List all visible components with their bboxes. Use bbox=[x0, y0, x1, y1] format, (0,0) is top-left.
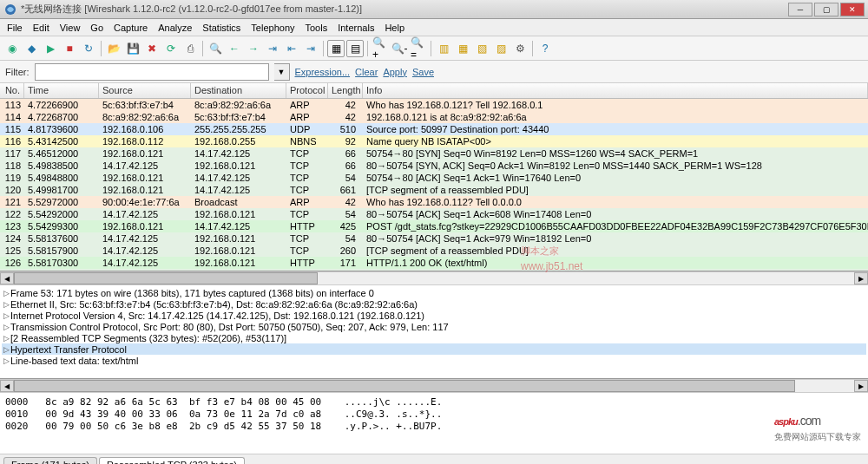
menu-help[interactable]: Help bbox=[379, 21, 410, 35]
scroll-thumb[interactable] bbox=[14, 272, 318, 284]
detail-line[interactable]: ▷Line-based text data: text/html bbox=[2, 355, 866, 366]
packet-row[interactable]: 1185.4983850014.17.42.125192.168.0.121TC… bbox=[0, 160, 868, 172]
scroll-thumb[interactable] bbox=[14, 380, 795, 392]
scroll-left-icon[interactable]: ◀ bbox=[0, 380, 14, 392]
expand-icon[interactable]: ▷ bbox=[2, 300, 10, 309]
capture-filter-icon[interactable]: ▦ bbox=[454, 40, 471, 57]
col-time[interactable]: Time bbox=[24, 83, 99, 98]
colorize-icon[interactable]: ▦ bbox=[327, 40, 345, 57]
display-filter-icon[interactable]: ▧ bbox=[473, 40, 490, 57]
packet-row[interactable]: 1225.5429200014.17.42.125192.168.0.121TC… bbox=[0, 208, 868, 220]
open-file-icon[interactable]: 📂 bbox=[105, 40, 122, 57]
menu-view[interactable]: View bbox=[55, 21, 86, 35]
menu-tools[interactable]: Tools bbox=[300, 21, 333, 35]
start-capture-icon[interactable]: ▶ bbox=[42, 40, 59, 57]
find-icon[interactable]: 🔍 bbox=[207, 40, 224, 57]
packet-list-header[interactable]: No. Time Source Destination Protocol Len… bbox=[0, 83, 868, 99]
tab-reassembled[interactable]: Reassembled TCP (323 bytes) bbox=[99, 457, 245, 464]
packet-row[interactable]: 1195.49848800192.168.0.12114.17.42.125TC… bbox=[0, 172, 868, 184]
col-protocol[interactable]: Protocol bbox=[286, 83, 328, 98]
packet-row[interactable]: 1235.54299300192.168.0.12114.17.42.125HT… bbox=[0, 220, 868, 232]
col-length[interactable]: Length bbox=[328, 83, 363, 98]
tab-frame[interactable]: Frame (171 bytes) bbox=[3, 457, 97, 464]
save-button[interactable]: Save bbox=[412, 67, 434, 77]
detail-line[interactable]: ▷Frame 53: 171 bytes on wire (1368 bits)… bbox=[2, 287, 866, 298]
packet-details[interactable]: ▷Frame 53: 171 bytes on wire (1368 bits)… bbox=[0, 285, 868, 379]
packet-row[interactable]: 1245.5813760014.17.42.125192.168.0.121TC… bbox=[0, 232, 868, 245]
interfaces-icon[interactable]: ◉ bbox=[3, 40, 21, 57]
packet-list-body[interactable]: 1134.722669005c:63:bf:f3:e7:b48c:a9:82:9… bbox=[0, 99, 868, 271]
filter-input[interactable] bbox=[35, 63, 269, 81]
col-info[interactable]: Info bbox=[363, 83, 868, 98]
col-no[interactable]: No. bbox=[0, 83, 24, 98]
expression-button[interactable]: Expression... bbox=[295, 67, 351, 77]
scroll-right-icon[interactable]: ▶ bbox=[854, 272, 868, 284]
packet-row[interactable]: 1255.5815790014.17.42.125192.168.0.121TC… bbox=[0, 245, 868, 257]
packet-row[interactable]: 1154.81739600192.168.0.106255.255.255.25… bbox=[0, 123, 868, 135]
options-icon[interactable]: ◆ bbox=[23, 40, 40, 57]
expand-icon[interactable]: ▷ bbox=[2, 345, 10, 354]
help-icon[interactable]: ? bbox=[536, 40, 554, 57]
go-back-icon[interactable]: ← bbox=[226, 40, 243, 57]
go-to-packet-icon[interactable]: ⇥ bbox=[264, 40, 281, 57]
detail-line[interactable]: ▷[2 Reassembled TCP Segments (323 bytes)… bbox=[2, 332, 866, 343]
reload-icon[interactable]: ⟳ bbox=[162, 40, 180, 57]
scroll-track[interactable] bbox=[14, 380, 854, 392]
zoom-reset-icon[interactable]: 🔍= bbox=[410, 40, 427, 57]
hscroll-details[interactable]: ◀ ▶ bbox=[0, 379, 868, 393]
apply-button[interactable]: Apply bbox=[383, 67, 407, 77]
packet-row[interactable]: 1165.43142500192.168.0.112192.168.0.255N… bbox=[0, 135, 868, 147]
packet-row[interactable]: 1134.722669005c:63:bf:f3:e7:b48c:a9:82:9… bbox=[0, 99, 868, 111]
packet-row[interactable]: 1275.58176100192.168.0.12114.17.42.125TC… bbox=[0, 269, 868, 271]
detail-line[interactable]: ▷Ethernet II, Src: 5c:63:bf:f3:e7:b4 (5c… bbox=[2, 298, 866, 310]
go-forward-icon[interactable]: → bbox=[245, 40, 262, 57]
packet-list[interactable]: No. Time Source Destination Protocol Len… bbox=[0, 83, 868, 271]
filter-dropdown-icon[interactable]: ▼ bbox=[274, 63, 290, 81]
menu-internals[interactable]: Internals bbox=[332, 21, 379, 35]
menu-file[interactable]: File bbox=[2, 21, 28, 35]
packet-row[interactable]: 1175.46512000192.168.0.12114.17.42.125TC… bbox=[0, 147, 868, 160]
col-destination[interactable]: Destination bbox=[191, 83, 286, 98]
col-source[interactable]: Source bbox=[99, 83, 191, 98]
menu-analyze[interactable]: Analyze bbox=[153, 21, 197, 35]
close-button[interactable]: ✕ bbox=[840, 3, 865, 16]
expand-icon[interactable]: ▷ bbox=[2, 323, 10, 331]
packet-row[interactable]: 1144.722687008c:a9:82:92:a6:6a5c:63:bf:f… bbox=[0, 111, 868, 123]
packet-bytes[interactable]: 0000 8c a9 82 92 a6 6a 5c 63 bf f3 e7 b4… bbox=[0, 393, 868, 454]
minimize-button[interactable]: ─ bbox=[788, 3, 812, 16]
scroll-track[interactable] bbox=[14, 272, 854, 284]
scroll-right-icon[interactable]: ▶ bbox=[854, 380, 868, 392]
close-file-icon[interactable]: ✖ bbox=[143, 40, 161, 57]
coloring-rules-icon[interactable]: ▨ bbox=[492, 40, 510, 57]
packet-row[interactable]: 1205.49981700192.168.0.12114.17.42.125TC… bbox=[0, 184, 868, 196]
clear-button[interactable]: Clear bbox=[355, 67, 378, 77]
menu-capture[interactable]: Capture bbox=[108, 21, 153, 35]
expand-icon[interactable]: ▷ bbox=[2, 289, 10, 297]
packet-row[interactable]: 1215.5297200090:00:4e:1e:77:6aBroadcastA… bbox=[0, 196, 868, 208]
scroll-left-icon[interactable]: ◀ bbox=[0, 272, 14, 284]
zoom-in-icon[interactable]: 🔍+ bbox=[372, 40, 389, 57]
restart-capture-icon[interactable]: ↻ bbox=[80, 40, 97, 57]
menu-statistics[interactable]: Statistics bbox=[197, 21, 246, 35]
expand-icon[interactable]: ▷ bbox=[2, 356, 10, 365]
detail-line[interactable]: ▷Hypertext Transfer Protocol bbox=[2, 343, 866, 355]
save-file-icon[interactable]: 💾 bbox=[124, 40, 141, 57]
print-icon[interactable]: ⎙ bbox=[181, 40, 199, 57]
go-first-icon[interactable]: ⇤ bbox=[283, 40, 300, 57]
hscroll-packet-list[interactable]: ◀ ▶ bbox=[0, 271, 868, 285]
menu-telephony[interactable]: Telephony bbox=[246, 21, 299, 35]
expand-icon[interactable]: ▷ bbox=[2, 311, 10, 320]
auto-scroll-icon[interactable]: ▤ bbox=[346, 40, 364, 57]
zoom-out-icon[interactable]: 🔍- bbox=[391, 40, 408, 57]
prefs-icon[interactable]: ⚙ bbox=[511, 40, 529, 57]
detail-line[interactable]: ▷Internet Protocol Version 4, Src: 14.17… bbox=[2, 310, 866, 321]
detail-line[interactable]: ▷Transmission Control Protocol, Src Port… bbox=[2, 321, 866, 332]
resize-columns-icon[interactable]: ▥ bbox=[435, 40, 452, 57]
stop-capture-icon[interactable]: ■ bbox=[61, 40, 78, 57]
menu-go[interactable]: Go bbox=[85, 21, 108, 35]
maximize-button[interactable]: ▢ bbox=[814, 3, 838, 16]
menu-edit[interactable]: Edit bbox=[28, 21, 55, 35]
go-last-icon[interactable]: ⇥ bbox=[302, 40, 319, 57]
packet-row[interactable]: 1265.5817030014.17.42.125192.168.0.121HT… bbox=[0, 257, 868, 269]
expand-icon[interactable]: ▷ bbox=[2, 334, 10, 343]
